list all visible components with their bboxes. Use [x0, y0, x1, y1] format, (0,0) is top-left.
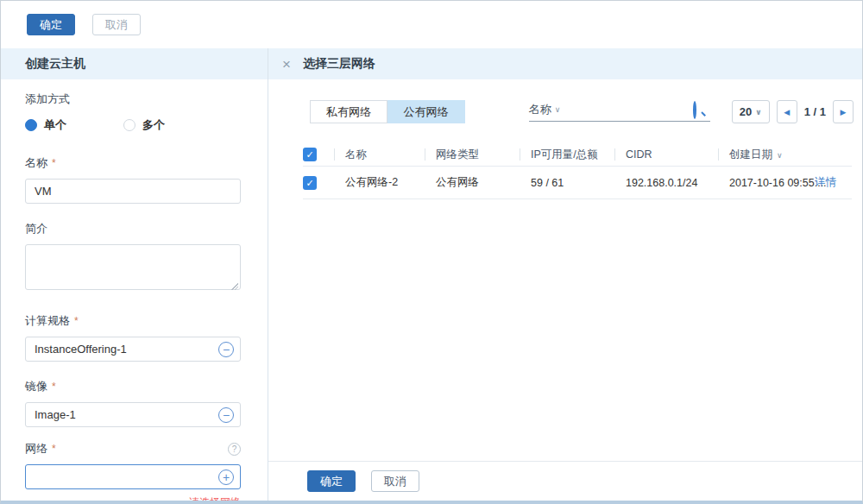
name-input[interactable] [25, 179, 241, 204]
radio-dot-icon [25, 119, 37, 131]
search-field-label: 名称 [529, 102, 551, 117]
search-icon[interactable] [693, 103, 707, 117]
top-confirm-button[interactable]: 确定 [27, 14, 75, 35]
add-network-icon[interactable]: + [218, 469, 234, 485]
radio-multiple[interactable]: 多个 [123, 117, 210, 133]
chevron-down-icon: ∨ [755, 108, 761, 117]
top-cancel-button[interactable]: 取消 [92, 14, 141, 35]
col-header-created[interactable]: 创建日期∨ [718, 148, 815, 161]
required-mark: * [52, 381, 56, 393]
table-toolbar: 私有网络 公有网络 名称 ∨ 20 ∨ [268, 100, 862, 123]
col-header-cidr: CIDR [614, 148, 718, 161]
network-input[interactable] [25, 464, 241, 489]
select-all-checkbox[interactable]: ✓ [303, 148, 317, 161]
col-header-ip: IP可用量/总额 [520, 148, 614, 161]
cell-type: 公有网络 [425, 175, 520, 190]
footer-cancel-button[interactable]: 取消 [371, 470, 419, 492]
search-box[interactable]: 名称 ∨ [529, 102, 710, 122]
next-page-button[interactable]: ▶ [833, 100, 854, 123]
page-size-value: 20 [740, 105, 752, 118]
name-label: 名称 [25, 155, 47, 171]
add-mode-label: 添加方式 [25, 91, 241, 107]
col-header-name: 名称 [334, 148, 425, 161]
col-header-type: 网络类型 [425, 148, 520, 161]
add-mode-options: 单个 多个 [25, 117, 243, 133]
help-icon[interactable]: ? [228, 443, 241, 456]
footer-confirm-button[interactable]: 确定 [307, 470, 356, 492]
table-row[interactable]: ✓ 公有网络-2 公有网络 59 / 61 192.168.0.1/24 201… [303, 167, 852, 199]
page-size-select[interactable]: 20 ∨ [732, 100, 770, 123]
network-table: ✓ 名称 网络类型 IP可用量/总额 CIDR 创建日期∨ ✓ 公有网络-2 [303, 142, 852, 199]
detail-link[interactable]: 详情 [815, 176, 836, 188]
table-header-row: ✓ 名称 网络类型 IP可用量/总额 CIDR 创建日期∨ [303, 142, 852, 167]
tab-private-network[interactable]: 私有网络 [310, 100, 387, 123]
right-panel-footer: 确定 取消 [268, 461, 862, 501]
top-toolbar: 确定 取消 [1, 1, 862, 48]
network-type-tabs: 私有网络 公有网络 [310, 100, 465, 123]
close-icon[interactable]: × [282, 57, 291, 72]
create-vm-modal: 确定 取消 创建云主机 添加方式 单个 多个 名称 [0, 0, 863, 504]
network-label: 网络 [25, 441, 47, 457]
radio-single-label: 单个 [44, 117, 66, 133]
remove-image-icon[interactable]: − [218, 407, 234, 423]
row-checkbox[interactable]: ✓ [303, 176, 317, 190]
radio-multiple-label: 多个 [142, 117, 165, 133]
cell-created: 2017-10-16 09:55:... [718, 177, 815, 189]
cell-ip: 59 / 61 [520, 177, 614, 189]
prev-page-button[interactable]: ◀ [777, 100, 797, 123]
image-label: 镜像 [25, 379, 47, 394]
radio-single[interactable]: 单个 [25, 117, 111, 133]
right-panel-title: 选择三层网络 [303, 56, 375, 72]
cell-name: 公有网络-2 [334, 175, 425, 190]
description-textarea[interactable] [25, 244, 241, 290]
instance-offering-input[interactable] [25, 337, 241, 362]
page-info: 1 / 1 [804, 105, 826, 118]
remove-instance-offering-icon[interactable]: − [218, 342, 234, 357]
pagination: 20 ∨ ◀ 1 / 1 ▶ [732, 100, 854, 123]
required-mark: * [52, 443, 56, 455]
tab-public-network[interactable]: 公有网络 [387, 100, 465, 123]
search-field-selector[interactable]: 名称 ∨ [529, 102, 561, 117]
sort-chevron-down-icon: ∨ [777, 151, 783, 160]
required-mark: * [74, 315, 79, 327]
create-vm-panel: 创建云主机 添加方式 单个 多个 名称 * [1, 48, 268, 501]
resize-grip-icon[interactable] [231, 283, 238, 290]
select-l3-network-panel: × 选择三层网络 私有网络 公有网络 名称 ∨ [268, 48, 862, 501]
cell-cidr: 192.168.0.1/24 [614, 177, 718, 189]
left-panel-title: 创建云主机 [1, 48, 268, 79]
required-mark: * [52, 157, 56, 169]
network-error-text: 请选择网络 [25, 495, 241, 504]
radio-dot-icon [123, 119, 135, 131]
chevron-down-icon: ∨ [555, 105, 561, 114]
description-label: 简介 [25, 221, 47, 236]
image-input[interactable] [25, 402, 241, 427]
instance-offering-label: 计算规格 [25, 313, 70, 329]
